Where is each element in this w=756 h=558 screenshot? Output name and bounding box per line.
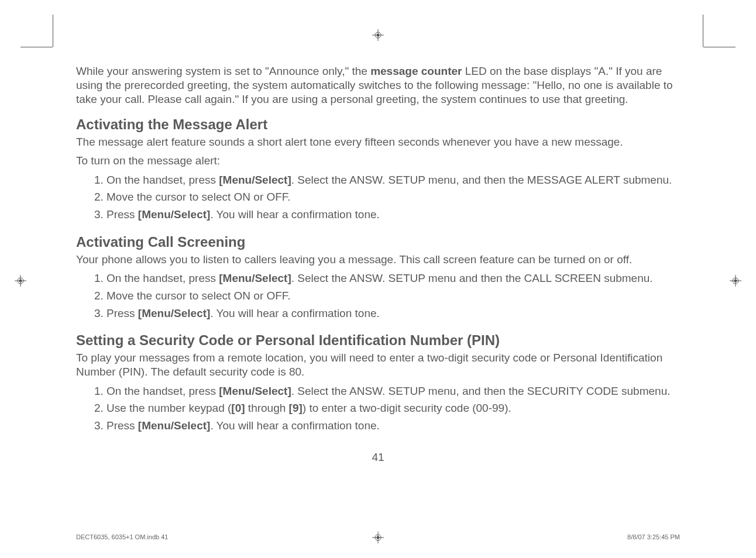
heading-pin: Setting a Security Code or Personal Iden…: [76, 332, 680, 349]
pin-desc: To play your messages from a remote loca…: [76, 351, 680, 379]
pin-steps: On the handset, press [Menu/Select]. Sel…: [76, 384, 680, 433]
footer-left: DECT6035, 6035+1 OM.indb 41: [76, 533, 168, 540]
registration-mark-icon: [372, 29, 384, 41]
list-item: On the handset, press [Menu/Select]. Sel…: [106, 173, 680, 188]
intro-paragraph: While your answering system is set to "A…: [76, 64, 680, 106]
screening-steps: On the handset, press [Menu/Select]. Sel…: [76, 271, 680, 321]
crop-mark: [20, 47, 53, 47]
crop-mark: [703, 47, 736, 47]
intro-text: While your answering system is set to "A…: [76, 65, 370, 77]
list-item: Press [Menu/Select]. You will hear a con…: [106, 207, 680, 222]
list-item: Press [Menu/Select]. You will hear a con…: [106, 418, 680, 433]
page-number: 41: [76, 451, 680, 464]
list-item: Use the number keypad ([0] through [9]) …: [106, 401, 680, 416]
list-item: On the handset, press [Menu/Select]. Sel…: [106, 271, 680, 286]
intro-bold: message counter: [370, 65, 462, 77]
crop-mark: [703, 15, 703, 47]
list-item: Move the cursor to select ON or OFF.: [106, 190, 680, 205]
alert-steps: On the handset, press [Menu/Select]. Sel…: [76, 173, 680, 222]
alert-desc-2: To turn on the message alert:: [76, 154, 680, 168]
heading-message-alert: Activating the Message Alert: [76, 116, 680, 133]
list-item: Press [Menu/Select]. You will hear a con…: [106, 306, 680, 321]
list-item: On the handset, press [Menu/Select]. Sel…: [106, 384, 680, 399]
heading-call-screening: Activating Call Screening: [76, 234, 680, 250]
crop-mark: [53, 15, 53, 47]
footer: DECT6035, 6035+1 OM.indb 41 8/8/07 3:25:…: [76, 533, 680, 540]
screening-desc: Your phone allows you to listen to calle…: [76, 253, 680, 267]
footer-right: 8/8/07 3:25:45 PM: [627, 533, 680, 540]
registration-mark-icon: [15, 275, 26, 287]
alert-desc-1: The message alert feature sounds a short…: [76, 135, 680, 149]
registration-mark-icon: [730, 275, 741, 287]
page-content: While your answering system is set to "A…: [0, 0, 756, 487]
list-item: Move the cursor to select ON or OFF.: [106, 288, 680, 304]
